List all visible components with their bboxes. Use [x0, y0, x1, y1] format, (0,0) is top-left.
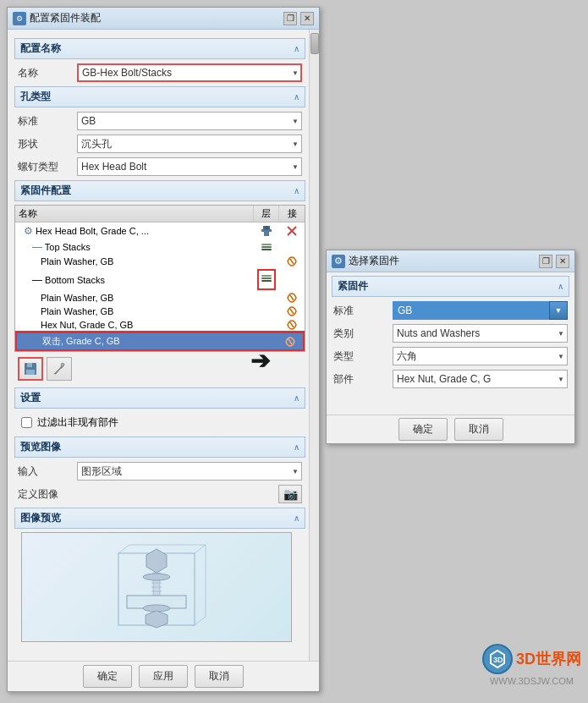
standard-select-wrapper: GB: [77, 112, 302, 130]
preview-image-container: [18, 532, 302, 642]
row-6-icon2: [279, 305, 305, 317]
right-type-row: 类型 六角: [327, 347, 574, 365]
col-header-touch: 接: [279, 206, 305, 222]
section-hole-type[interactable]: 孔类型 ∧: [14, 86, 305, 107]
table-row-7[interactable]: Hex Nut, Grade C, GB: [15, 318, 305, 332]
watermark-url: WWW.3DSJW.COM: [490, 676, 574, 686]
define-image-row: 定义图像 📷: [14, 485, 305, 503]
col-header-name: 名称: [15, 206, 254, 222]
section-fastener-config-arrow: ∧: [294, 186, 299, 195]
right-part-select[interactable]: Hex Nut, Grade C, G: [393, 370, 568, 388]
section-image-preview-title: 图像预览: [20, 511, 61, 525]
right-category-select-wrapper: Nuts and Washers: [393, 324, 568, 343]
right-restore-button[interactable]: ❐: [539, 255, 552, 268]
section-preview[interactable]: 预览图像 ∧: [14, 437, 305, 458]
right-bottom-toolbar: 确定 取消: [327, 415, 574, 443]
apply-button[interactable]: 应用: [139, 665, 188, 688]
row-1-name: ⚙ Hex Head Bolt, Grade C, ...: [15, 224, 254, 238]
bolt-preview-svg: [106, 536, 207, 638]
right-close-button[interactable]: ✕: [556, 255, 569, 268]
section-settings-title: 设置: [20, 391, 41, 405]
main-dialog: ⚙ 配置紧固件装配 ❐ ✕ 配置名称 ∧ 名称 GB-Hex Bolt/Stac…: [7, 7, 320, 692]
main-title: 配置紧固件装配: [30, 11, 283, 25]
standard-select[interactable]: GB: [77, 112, 302, 130]
table-header: 名称 层 接: [15, 206, 305, 222]
main-scrollbar[interactable]: [309, 30, 319, 661]
svg-point-3: [265, 226, 268, 229]
standard-label: 标准: [18, 114, 77, 129]
svg-rect-9: [261, 277, 272, 279]
svg-text:3D: 3D: [493, 656, 503, 664]
svg-line-33: [118, 545, 129, 553]
svg-point-29: [143, 574, 170, 580]
section-fastener-config-title: 紧固件配置: [20, 184, 71, 198]
right-category-select[interactable]: Nuts and Washers: [393, 324, 568, 343]
shape-select-wrapper: 沉头孔: [77, 135, 302, 153]
right-confirm-button[interactable]: 确定: [398, 418, 448, 441]
row-8-name: 双击, Grade C, GB: [17, 334, 252, 349]
row-2-icon1: [254, 240, 279, 254]
table-row-3[interactable]: Plain Washer, GB: [15, 255, 305, 268]
config-name-label: 名称: [18, 66, 77, 80]
right-type-select[interactable]: 六角: [393, 347, 568, 365]
right-part-label: 部件: [333, 372, 393, 387]
table-row-5[interactable]: Plain Washer, GB: [15, 291, 305, 305]
right-standard-value: GB: [393, 301, 549, 320]
section-fastener-config[interactable]: 紧固件配置 ∧: [14, 180, 305, 201]
section-settings[interactable]: 设置 ∧: [14, 387, 305, 409]
filter-checkbox[interactable]: [21, 417, 32, 428]
cancel-button[interactable]: 取消: [195, 665, 244, 688]
right-cancel-button[interactable]: 取消: [454, 418, 503, 441]
table-row-2[interactable]: — Top Stacks: [15, 239, 305, 255]
right-part-row: 部件 Hex Nut, Grade C, G: [327, 370, 574, 388]
define-image-button[interactable]: 📷: [278, 485, 302, 503]
restore-button[interactable]: ❐: [283, 12, 297, 25]
standard-row: 标准 GB: [14, 112, 305, 130]
svg-rect-8: [261, 275, 272, 277]
section-hole-type-title: 孔类型: [20, 90, 51, 104]
fastener-table: 名称 层 接 ⚙ Hex Head Bolt, Grade C, ...: [14, 205, 305, 352]
row-5-name: Plain Washer, GB: [15, 292, 254, 304]
close-button[interactable]: ✕: [300, 12, 314, 25]
right-section-fastener[interactable]: 紧固件 ∧: [332, 276, 569, 297]
right-titlebar-icon: ⚙: [332, 255, 345, 268]
watermark-logo: 3D 3D世界网: [482, 644, 581, 674]
bolt-type-select-wrapper: Hex Head Bolt: [77, 157, 302, 176]
main-titlebar: ⚙ 配置紧固件装配 ❐ ✕: [8, 8, 319, 30]
preview-image-box: [21, 532, 292, 642]
scrollbar-thumb[interactable]: [310, 33, 319, 54]
bolt-type-select[interactable]: Hex Head Bolt: [77, 157, 302, 176]
section-image-preview-arrow: ∧: [294, 514, 299, 523]
right-titlebar-buttons: ❐ ✕: [539, 255, 569, 268]
svg-line-12: [290, 309, 294, 314]
section-config-name[interactable]: 配置名称 ∧: [14, 38, 305, 59]
arrow-indicator: ➔: [250, 347, 270, 375]
preview-input-select[interactable]: 图形区域: [77, 462, 302, 481]
shape-select[interactable]: 沉头孔: [77, 135, 302, 153]
right-category-row: 类别 Nuts and Washers: [327, 324, 574, 343]
svg-rect-16: [27, 363, 32, 367]
section-preview-title: 预览图像: [20, 440, 61, 454]
fastener-btn-wrench[interactable]: [47, 357, 72, 381]
bolt-type-label: 螺钉类型: [18, 160, 77, 174]
svg-rect-6: [261, 249, 272, 250]
watermark-icon: 3D: [482, 644, 513, 674]
row-4-icon1: [254, 269, 279, 290]
right-dialog: ⚙ 选择紧固件 ❐ ✕ 紧固件 ∧ 标准 GB ▼ 类别 Nuts and Wa…: [326, 250, 575, 444]
section-image-preview[interactable]: 图像预览 ∧: [14, 508, 305, 529]
config-name-select[interactable]: GB-Hex Bolt/Stacks: [77, 63, 302, 82]
svg-line-11: [290, 295, 294, 300]
section-config-name-arrow: ∧: [294, 44, 299, 53]
preview-input-row: 输入 图形区域: [14, 462, 305, 481]
right-standard-dropdown[interactable]: ▼: [549, 301, 568, 320]
svg-rect-10: [261, 280, 272, 282]
filter-label: 过滤出非现有部件: [37, 415, 118, 430]
confirm-button[interactable]: 确定: [83, 665, 132, 688]
table-row-4[interactable]: — Bottom Stacks: [15, 268, 305, 291]
svg-line-7: [290, 259, 294, 264]
svg-marker-32: [146, 611, 168, 628]
fastener-btn-save[interactable]: [18, 357, 43, 381]
right-standard-wrapper: GB ▼: [393, 301, 568, 320]
table-row-1[interactable]: ⚙ Hex Head Bolt, Grade C, ...: [15, 222, 305, 239]
table-row-6[interactable]: Plain Washer, GB: [15, 305, 305, 318]
